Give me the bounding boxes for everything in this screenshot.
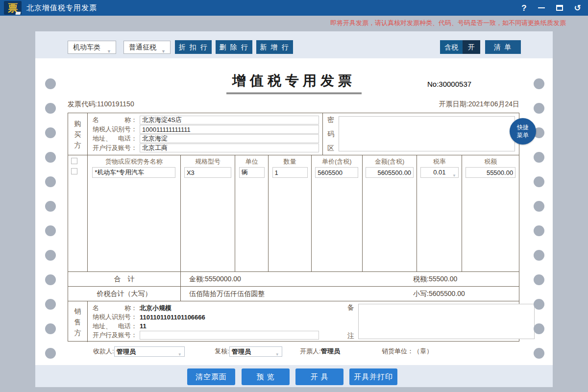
minimize-icon[interactable] [538, 7, 545, 8]
invoice-paper: 增值税专用发票 No:30000537 发票代码:1100191150 开票日期… [35, 58, 553, 365]
add-row-button[interactable]: 新 增 行 [256, 40, 293, 54]
amount-words-values: 伍佰陆拾万伍仟伍佰圆整 小写:5605500.00 [181, 287, 519, 301]
payee-select[interactable]: 管理员 ▼ [114, 346, 185, 357]
row-select-checkbox[interactable] [71, 168, 77, 174]
clear-button[interactable]: 清空票面 [187, 368, 235, 385]
buyer-taxid-label: 纳税人识别号： [93, 125, 140, 134]
seller-bank-label: 开户行及账号： [93, 331, 140, 340]
tax-rate-column: 税率 0.01 ▼ [417, 155, 462, 271]
titlebar-controls: ? ↺ [521, 0, 581, 16]
buyer-name-input[interactable] [140, 116, 319, 124]
tax-amount-column: 税额 [462, 155, 519, 271]
tax-rate-select[interactable]: 0.01 ▼ [420, 167, 459, 178]
seller-name-label: 名 称： [93, 304, 140, 313]
remark-box[interactable] [358, 304, 535, 339]
tax-method-select[interactable]: 普通征税 ▼ [123, 41, 171, 54]
invoice-code-value: 1100191150 [97, 100, 134, 108]
window-title: 北京增值税专用发票 [26, 0, 97, 16]
perforation-dot [534, 250, 544, 261]
spec-header: 规格型号 [181, 157, 235, 166]
delete-row-button[interactable]: 删 除 行 [216, 40, 252, 54]
perforation-dot [45, 225, 56, 236]
seller-address-value: 11 [140, 322, 147, 330]
buyer-section: 购买方 名 称： 纳税人识别号： 地址、 电话： [68, 113, 519, 155]
chevron-down-icon: ▼ [275, 350, 279, 359]
perforation-dot [45, 274, 56, 285]
tax-method-value: 普通征税 [129, 43, 156, 51]
perforation-dot [534, 201, 544, 212]
seller-unit-group: 销货单位： （章） [382, 346, 433, 357]
select-column [68, 155, 88, 271]
invoice-frame: 购买方 名 称： 纳税人识别号： 地址、 电话： [68, 113, 519, 342]
header-select-checkbox[interactable] [71, 158, 77, 164]
invoice-type-value: 机动车类 [73, 43, 100, 51]
payee-group: 收款人: 管理员 ▼ [93, 346, 185, 357]
goods-name-input[interactable] [92, 167, 175, 178]
buyer-bank-input[interactable] [140, 144, 319, 152]
totals-row: 合 计 金额:5550000.00 税额:55500.00 [68, 271, 519, 286]
issue-print-button[interactable]: 开具并打印 [349, 368, 397, 385]
discount-row-button[interactable]: 折 扣 行 [175, 40, 212, 54]
seller-unit-label: 销货单位： [382, 347, 414, 356]
unit-column: 单位 [235, 155, 269, 271]
tax-included-toggle-label[interactable]: 含税 [440, 40, 463, 54]
perforation-dot [45, 250, 56, 261]
buyer-name-row: 名 称： [93, 116, 322, 125]
totals-values: 金额:5550000.00 税额:55500.00 [181, 272, 519, 286]
perforation-dot [45, 127, 56, 138]
perforation-dot [45, 201, 56, 212]
perforation-dot [45, 299, 56, 310]
seller-fields: 名 称： 北京小规模 纳税人识别号： 1101101101101106666 地… [88, 301, 519, 342]
reviewer-label: 复核: [215, 347, 229, 356]
remark-label: 备 注 [347, 303, 354, 341]
issue-button[interactable]: 开 具 [295, 368, 343, 385]
unit-price-column: 单价(含税) [312, 155, 363, 271]
seller-name-value: 北京小规模 [140, 304, 172, 313]
tax-included-toggle-state[interactable]: 开 [463, 40, 480, 54]
maximize-icon[interactable] [556, 5, 563, 11]
spec-input[interactable] [184, 167, 231, 178]
undo-icon[interactable]: ↺ [574, 4, 581, 12]
amount-input[interactable] [366, 167, 414, 178]
buyer-bank-row: 开户行及账号： [93, 143, 322, 152]
quantity-input[interactable] [272, 167, 308, 178]
unit-price-input[interactable] [315, 167, 358, 178]
amount-total: 金额:5550000.00 [189, 272, 241, 286]
buyer-taxid-input[interactable] [140, 125, 319, 134]
seller-bank-input[interactable] [140, 331, 319, 340]
reviewer-select[interactable]: 管理员 ▼ [229, 346, 282, 357]
invoice-code-label: 发票代码: [68, 100, 97, 108]
items-table: 货物或应税劳务名称 规格型号 单位 数量 单价(含税) [68, 155, 519, 271]
amount-words-row: 价税合计（大写） 伍佰陆拾万伍仟伍佰圆整 小写:5605500.00 [68, 286, 519, 301]
quick-menu-button[interactable]: 快捷 菜单 [510, 118, 536, 145]
buyer-address-label: 地址、 电话： [93, 134, 140, 143]
goods-name-column: 货物或应税劳务名称 [88, 155, 181, 271]
help-icon[interactable]: ? [521, 4, 526, 12]
invoice-title: 增值税专用发票 [226, 72, 362, 94]
invoice-type-select[interactable]: 机动车类 ▼ [68, 41, 116, 54]
perforation-dot [45, 176, 56, 187]
goods-name-header: 货物或应税劳务名称 [88, 157, 180, 166]
password-area-box [339, 116, 515, 151]
amount-header: 金额(含税) [363, 157, 417, 166]
unit-input[interactable] [239, 167, 265, 178]
invoice-title-wrap: 增值税专用发票 [35, 72, 553, 94]
amount-words-label: 价税合计（大写） [68, 287, 181, 301]
preview-button[interactable]: 预 览 [242, 368, 290, 385]
list-button[interactable]: 清 单 [485, 40, 521, 54]
app-logo-icon: 票 [4, 1, 22, 15]
perforation-dot [534, 78, 544, 89]
seller-section-label: 销售方 [68, 301, 88, 342]
tax-amount-input[interactable] [466, 167, 515, 178]
perforation-dot [45, 152, 56, 163]
invoice-date: 开票日期:2021年06月24日 [439, 100, 519, 109]
perforation-dot [534, 274, 544, 285]
payee-value: 管理员 [117, 348, 136, 355]
buyer-address-row: 地址、 电话： [93, 134, 322, 144]
buyer-address-input[interactable] [140, 134, 319, 143]
unit-price-header: 单价(含税) [312, 157, 362, 166]
seller-taxid-label: 纳税人识别号： [93, 313, 140, 321]
invoice-date-value: 2021年06月24日 [468, 100, 519, 108]
tax-amount-header: 税额 [462, 157, 519, 166]
perforation-dot [45, 348, 56, 359]
